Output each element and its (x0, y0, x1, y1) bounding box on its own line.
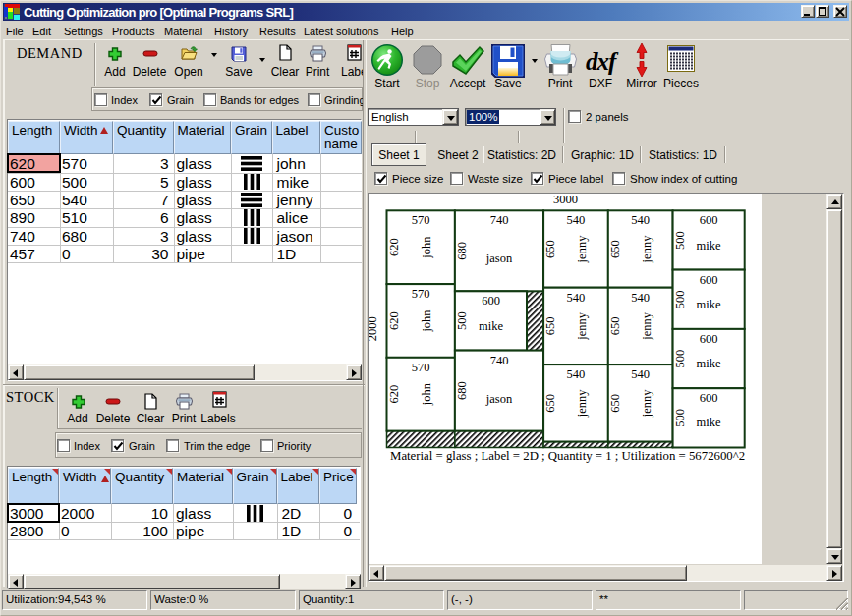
svg-text:2000: 2000 (369, 316, 379, 341)
svg-text:650: 650 (543, 240, 557, 258)
svg-text:680: 680 (455, 381, 469, 400)
svg-text:500: 500 (673, 350, 687, 368)
svg-text:mike: mike (697, 239, 721, 252)
svg-text:680: 680 (455, 242, 469, 260)
svg-text:Material = glass ; Label = 2D: Material = glass ; Label = 2D ; Quantity… (390, 449, 745, 463)
svg-text:jenny: jenny (575, 235, 589, 264)
svg-text:540: 540 (567, 367, 586, 381)
svg-text:620: 620 (387, 238, 401, 256)
svg-text:650: 650 (543, 317, 557, 336)
svg-text:600: 600 (700, 273, 718, 287)
svg-text:jenny: jenny (575, 389, 589, 419)
svg-text:570: 570 (412, 213, 430, 227)
svg-text:500: 500 (673, 409, 687, 427)
svg-text:jason: jason (485, 392, 513, 406)
svg-text:jenny: jenny (640, 389, 653, 419)
svg-text:540: 540 (567, 213, 586, 227)
svg-text:mike: mike (697, 298, 721, 311)
svg-text:540: 540 (631, 213, 650, 227)
svg-text:540: 540 (631, 367, 650, 381)
svg-text:john: john (420, 236, 433, 259)
svg-text:jenny: jenny (575, 311, 589, 341)
svg-text:600: 600 (700, 213, 718, 227)
svg-text:jenny: jenny (640, 311, 653, 341)
svg-text:570: 570 (412, 287, 430, 301)
svg-text:mike: mike (479, 319, 503, 333)
svg-text:650: 650 (543, 394, 557, 413)
svg-text:620: 620 (387, 311, 401, 330)
svg-text:570: 570 (412, 361, 430, 374)
svg-text:600: 600 (700, 391, 718, 405)
svg-text:500: 500 (455, 311, 469, 330)
svg-text:620: 620 (387, 385, 401, 404)
svg-text:3000: 3000 (553, 194, 578, 206)
svg-text:jason: jason (485, 252, 513, 265)
svg-text:740: 740 (490, 354, 509, 367)
svg-text:540: 540 (631, 291, 650, 305)
svg-text:600: 600 (700, 332, 718, 346)
svg-text:500: 500 (673, 231, 687, 250)
svg-text:740: 740 (490, 213, 509, 227)
svg-text:650: 650 (608, 394, 622, 413)
svg-text:600: 600 (482, 294, 500, 308)
svg-text:jenny: jenny (640, 235, 653, 264)
svg-text:540: 540 (567, 291, 586, 305)
svg-text:john: john (420, 382, 433, 406)
svg-text:john: john (420, 309, 433, 333)
svg-text:650: 650 (608, 240, 622, 258)
svg-text:500: 500 (673, 290, 687, 308)
svg-text:mike: mike (697, 357, 721, 370)
svg-text:mike: mike (697, 416, 721, 429)
svg-text:650: 650 (608, 317, 622, 336)
